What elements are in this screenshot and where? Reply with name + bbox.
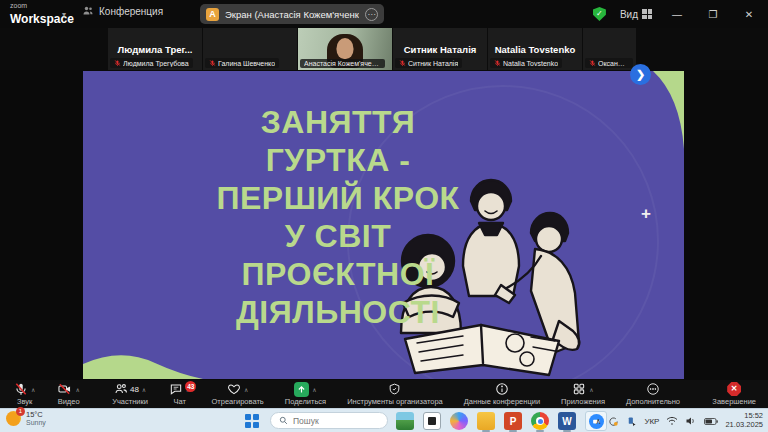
weather-condition: Sunny <box>26 419 46 426</box>
participants-button[interactable]: 48 ∧ Участники <box>108 381 152 407</box>
reactions-button[interactable]: ∧ Отреагировать <box>207 381 267 407</box>
muted-mic-icon <box>494 59 501 67</box>
tab-meeting[interactable]: Конференция <box>82 5 163 17</box>
wifi-icon[interactable] <box>666 416 678 426</box>
share-screen-icon <box>294 382 309 397</box>
participant-filmstrip: Людмила Трег... Людмила Трегубова Галина… <box>0 28 768 70</box>
participants-count: 48 <box>130 385 139 394</box>
tray-date: 21.03.2025 <box>725 421 763 430</box>
battery-icon[interactable] <box>704 417 718 426</box>
chat-icon <box>169 382 183 396</box>
chevron-up-icon[interactable]: ∧ <box>589 386 593 393</box>
shield-icon <box>388 382 401 396</box>
tab-options-icon[interactable]: ⋯ <box>365 8 378 21</box>
presentation-slide: ЗАНЯТТЯ ГУРТКА - ПЕРШИЙ КРОК У СВІТ ПРОЄ… <box>83 71 684 379</box>
sync-icon[interactable] <box>608 416 619 427</box>
chat-button[interactable]: 43 ∧ Чат <box>165 381 194 407</box>
meeting-toolbar: ∧ Звук ∧ Видео 48 ∧ Участники <box>0 380 768 408</box>
apps-grid-icon <box>572 382 586 396</box>
participant-tile-active-speaker[interactable]: Анастасія Кожем'яченко <box>298 28 392 70</box>
windows-taskbar: 1 15°C Sunny P W ∧ <box>0 408 768 432</box>
chrome-icon[interactable] <box>531 412 549 430</box>
word-icon[interactable]: W <box>558 412 576 430</box>
participant-label: Natalia Tovstenko <box>490 58 562 68</box>
slide-title: ЗАНЯТТЯ ГУРТКА - ПЕРШИЙ КРОК У СВІТ ПРОЄ… <box>133 103 543 331</box>
chevron-down-icon[interactable]: ▾ <box>62 10 66 19</box>
view-button[interactable]: Вид <box>620 9 652 20</box>
participant-tile[interactable]: Natalia Tovstenko Natalia Tovstenko <box>488 28 582 70</box>
participant-tile[interactable]: Оксана Газука <box>583 28 636 70</box>
participants-icon <box>114 382 128 396</box>
weather-temp: 15°C <box>26 411 46 419</box>
participant-tile[interactable]: Ситник Наталія Ситник Наталія <box>393 28 487 70</box>
chevron-up-icon[interactable]: ∧ <box>142 386 146 393</box>
file-explorer-icon[interactable] <box>477 412 495 430</box>
more-icon <box>646 382 660 396</box>
host-tools-button[interactable]: Инструменты организатора <box>343 381 447 407</box>
system-tray: ∧ УКР 15:52 21.03.2025 <box>596 409 766 432</box>
participant-label: Анастасія Кожем'яченко <box>300 59 385 68</box>
end-meeting-button[interactable]: ✕ Завершение <box>708 381 760 407</box>
minimize-button[interactable]: — <box>666 9 688 20</box>
start-button[interactable] <box>245 414 259 428</box>
muted-camera-icon <box>57 382 72 396</box>
plus-decoration: + <box>641 204 651 224</box>
search-icon <box>279 416 288 425</box>
participant-label: Галина Шевченко <box>205 58 279 68</box>
view-grid-icon <box>642 9 652 19</box>
task-view-icon[interactable] <box>423 412 441 430</box>
people-icon <box>82 5 94 17</box>
language-indicator[interactable]: УКР <box>644 417 659 426</box>
participant-label: Ситник Наталія <box>395 58 462 68</box>
muted-mic-icon <box>399 59 406 67</box>
muted-mic-icon <box>14 382 28 396</box>
notification-badge: 1 <box>16 407 25 416</box>
widgets-icon[interactable] <box>396 412 414 430</box>
audio-button[interactable]: ∧ Звук <box>10 381 39 407</box>
participant-label: Оксана Газука <box>585 58 633 68</box>
security-shield-icon[interactable]: ✓ <box>593 7 606 21</box>
close-button[interactable]: ✕ <box>738 9 760 20</box>
clock[interactable]: 15:52 21.03.2025 <box>725 412 766 429</box>
brand-small: zoom <box>10 2 74 9</box>
muted-mic-icon <box>209 59 216 67</box>
apps-button[interactable]: ∧ Приложения <box>557 381 609 407</box>
shared-screen-area: ЗАНЯТТЯ ГУРТКА - ПЕРШИЙ КРОК У СВІТ ПРОЄ… <box>0 70 768 380</box>
tab-meeting-label: Конференция <box>99 6 163 17</box>
chevron-up-icon[interactable]: ∧ <box>31 386 35 393</box>
chevron-up-icon[interactable]: ∧ <box>244 386 248 393</box>
title-bar: zoom Workspace ▾ Конференция A Экран (Ан… <box>0 0 768 28</box>
participant-tile[interactable]: Галина Шевченко <box>203 28 297 70</box>
maximize-button[interactable]: ❐ <box>702 9 724 20</box>
more-button[interactable]: Дополнительно <box>622 381 684 407</box>
share-tab-avatar: A <box>206 8 219 21</box>
end-meeting-icon: ✕ <box>727 382 741 396</box>
video-button[interactable]: ∧ Видео <box>53 381 83 407</box>
sun-icon: 1 <box>6 411 21 426</box>
speaker-icon[interactable] <box>685 416 697 426</box>
next-participants-button[interactable]: ❯ <box>630 64 651 85</box>
share-screen-button[interactable]: ∧ Поделиться <box>281 381 330 407</box>
chevron-up-icon[interactable]: ∧ <box>75 386 79 393</box>
chevron-up-icon[interactable]: ∧ <box>312 386 316 393</box>
muted-mic-icon <box>114 59 121 67</box>
chevron-right-icon: ❯ <box>636 68 645 81</box>
chat-unread-badge: 43 <box>185 381 196 392</box>
tab-screen-share[interactable]: A Экран (Анастасія Кожем'яченк ⋯ <box>200 4 384 24</box>
search-input[interactable] <box>293 416 373 426</box>
device-icon[interactable] <box>626 416 637 427</box>
info-icon <box>495 382 509 396</box>
weather-widget[interactable]: 1 15°C Sunny <box>6 411 46 426</box>
view-label: Вид <box>620 9 638 20</box>
powerpoint-icon[interactable]: P <box>504 412 522 430</box>
taskbar-search[interactable] <box>270 412 388 429</box>
tray-chevron-icon[interactable]: ∧ <box>596 417 602 426</box>
tab-screen-share-label: Экран (Анастасія Кожем'яченк <box>225 9 359 20</box>
heart-icon <box>227 382 241 396</box>
meeting-info-button[interactable]: Данные конференции <box>460 381 544 407</box>
zoom-meeting-window: zoom Workspace ▾ Конференция A Экран (Ан… <box>0 0 768 432</box>
participant-tile[interactable]: Людмила Трег... Людмила Трегубова <box>108 28 202 70</box>
muted-mic-icon <box>589 59 596 67</box>
participant-label: Людмила Трегубова <box>110 58 193 68</box>
copilot-icon[interactable] <box>450 412 468 430</box>
